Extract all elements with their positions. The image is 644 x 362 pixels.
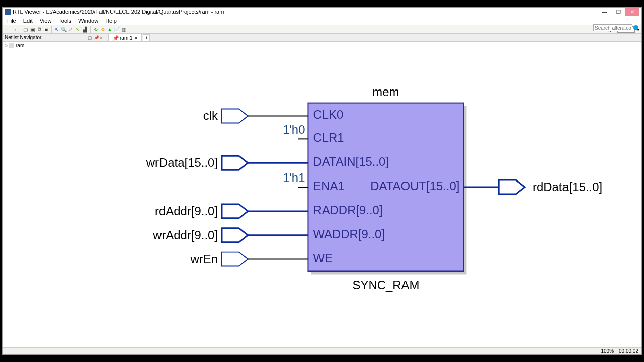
pin-wrdata[interactable] [222,156,248,170]
tab-add-button[interactable]: + [143,34,150,41]
main: 📌 ram:1 × + mem SYNC_RAM CLK0 [107,34,641,347]
instance-type: SYNC_RAM [353,278,420,292]
menu-edit[interactable]: Edit [20,18,36,24]
netlist-tree: ▷ ram [3,42,107,347]
tree-root[interactable]: ▷ ram [5,43,105,48]
pin-clk[interactable] [222,109,248,123]
tool-icon-4[interactable]: ■ [43,26,49,32]
zoom-icon[interactable]: 🔍 [61,26,67,32]
sidebar-title: Netlist Navigator [5,35,41,40]
port-clk0: CLK0 [313,108,343,121]
tree-icon[interactable]: ▲ [107,26,113,32]
tree-root-label: ram [16,43,24,48]
zoom-level: 100% [601,348,614,354]
app-icon [5,9,11,15]
schematic-svg: mem SYNC_RAM CLK0 CLR1 DATAIN[15..0] ENA… [107,42,641,347]
label-rddata: rdData[15..0] [533,180,602,194]
tool-icon-3[interactable]: ⧉ [36,26,42,32]
time-display: 00:00:02 [619,348,638,354]
sidebar-close-icon[interactable]: × [100,35,105,40]
port-clr1: CLR1 [313,131,344,144]
menu-view[interactable]: View [36,18,55,24]
search-area [593,24,638,31]
pin-rdaddr[interactable] [222,204,248,218]
label-wren: wrEn [190,252,218,266]
menubar: File Edit View Tools Window Help [3,16,641,25]
window-buttons: — ❐ ✕ [597,8,639,16]
statusbar: 100% 00:00:02 [3,347,641,354]
sidebar-opt-icon[interactable]: ▢ [88,35,93,40]
port-we: WE [313,251,333,265]
titlebar: RTL Viewer - E:/Academics/2020/Fall/NU/E… [3,8,641,16]
module-icon [9,43,14,48]
port-dataout: DATAOUT[15..0] [370,179,459,193]
nav-back-icon[interactable]: ← [5,26,11,32]
body: Netlist Navigator ▢ 📌 × ▷ ram 📌 r [3,34,641,347]
pin-wraddr[interactable] [222,228,248,242]
menu-file[interactable]: File [4,18,20,24]
tabbar: 📌 ram:1 × + [107,34,641,42]
port-raddr: RADDR[9..0] [313,203,382,217]
copy-icon[interactable]: 📄 [114,26,120,32]
window-title: RTL Viewer - E:/Academics/2020/Fall/NU/E… [13,9,597,15]
tab-label: ram:1 [120,35,133,41]
port-ena1: ENA1 [313,179,344,193]
label-wraddr: wrAddr[9..0] [152,228,218,242]
sidebar: Netlist Navigator ▢ 📌 × ▷ ram [3,34,107,347]
const-clr: 1'h0 [283,123,305,136]
schematic-canvas[interactable]: mem SYNC_RAM CLK0 CLR1 DATAIN[15..0] ENA… [107,42,641,347]
tool-icon-6[interactable]: ▥ [121,26,127,32]
tool-icon-1[interactable]: ▢ [22,26,28,32]
label-rdaddr: rdAddr[9..0] [155,204,218,218]
app-window: RTL Viewer - E:/Academics/2020/Fall/NU/E… [2,7,642,355]
maximize-button[interactable]: ❐ [611,8,625,16]
toolbar: ← → ▢ ▣ ⧉ ■ ↖ 🔍 ⤢ ⤡ ▟ ↻ ⚙ ▲ 📄 ▥ Page: 1 … [3,25,641,34]
sidebar-pin-icon[interactable]: 📌 [94,35,99,40]
gear-icon[interactable]: ⚙ [100,26,106,32]
tab-ram[interactable]: 📌 ram:1 × [108,34,142,41]
sidebar-header: Netlist Navigator ▢ 📌 × [3,34,107,42]
const-ena: 1'h1 [283,171,305,185]
port-datain: DATAIN[15..0] [313,155,389,168]
search-input[interactable] [593,24,632,31]
pointer-icon[interactable]: ↖ [54,26,60,32]
menu-tools[interactable]: Tools [55,18,75,24]
search-go-icon[interactable] [633,25,638,30]
tool-icon-5[interactable]: ▟ [82,26,88,32]
minimize-button[interactable]: — [597,8,611,16]
tab-pin-icon: 📌 [113,35,118,41]
label-clk: clk [203,109,218,122]
menu-window[interactable]: Window [75,18,102,24]
menu-help[interactable]: Help [102,18,120,24]
port-waddr: WADDR[9..0] [313,227,385,241]
tree-expand-icon[interactable]: ▷ [5,43,8,48]
pin-wren[interactable] [222,252,248,266]
nav-fwd-icon[interactable]: → [12,26,18,32]
label-wrdata: wrData[15..0] [146,156,218,169]
pin-rddata[interactable] [499,180,525,194]
tab-close-icon[interactable]: × [135,35,138,41]
fit-icon[interactable]: ⤢ [68,26,74,32]
instance-name: mem [372,85,399,99]
zoom-in-icon[interactable]: ⤡ [75,26,81,32]
tool-icon-2[interactable]: ▣ [29,26,35,32]
close-button[interactable]: ✕ [625,8,639,16]
refresh-icon[interactable]: ↻ [93,26,99,32]
